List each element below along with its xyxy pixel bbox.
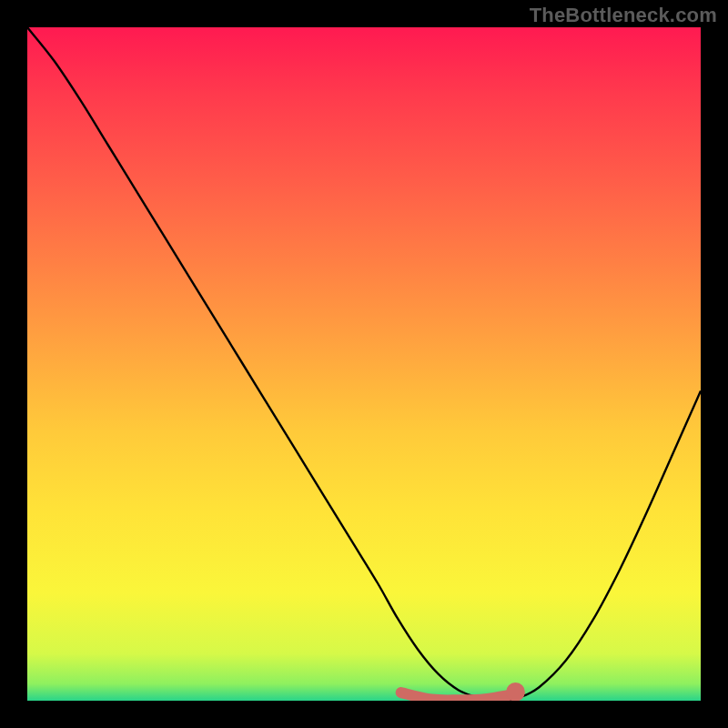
chart-frame: TheBottleneck.com [0, 0, 728, 728]
plot-area [27, 27, 701, 701]
highlight-end-dot [506, 682, 525, 701]
chart-svg [27, 27, 701, 701]
watermark-text: TheBottleneck.com [530, 4, 717, 27]
chart-background [27, 27, 701, 701]
